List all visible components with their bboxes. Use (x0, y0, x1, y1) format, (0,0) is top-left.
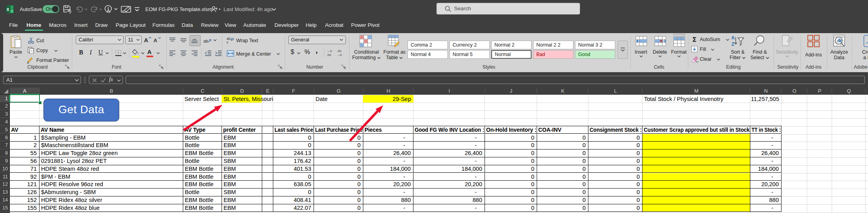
document-title[interactable]: EOM FG-PKG Template.xlsm (145, 0, 212, 19)
column-header-J[interactable]: J (485, 88, 537, 94)
column-header-O[interactable]: O (782, 88, 807, 94)
column-header-L[interactable]: L (588, 88, 643, 94)
style-cell-normal[interactable]: Normal (491, 50, 532, 59)
percent-format-button[interactable]: % (304, 49, 310, 55)
chevron-down-icon[interactable] (213, 39, 217, 41)
chevron-down-icon[interactable] (156, 52, 160, 54)
autosum-icon[interactable]: Σ (691, 36, 698, 43)
align-left-icon[interactable] (169, 50, 176, 57)
tab-insert[interactable]: Insert (72, 19, 90, 33)
align-right-icon[interactable] (191, 50, 198, 57)
title-chevron-down-icon[interactable] (272, 8, 276, 11)
align-top-icon[interactable] (169, 37, 176, 43)
clear-label[interactable]: Clear (700, 56, 712, 62)
row-header-6[interactable]: 6 (0, 134, 9, 142)
chevron-down-icon[interactable] (141, 52, 145, 54)
tab-automate[interactable]: Automate (241, 19, 269, 33)
chevron-down-icon[interactable] (54, 50, 58, 52)
get-data-button[interactable]: Get Data (43, 99, 119, 121)
row-header-13[interactable]: 13 (0, 189, 9, 196)
tab-developer[interactable]: Developer (272, 19, 301, 33)
chevron-down-icon[interactable] (136, 39, 140, 41)
delete-cells-icon[interactable] (654, 35, 666, 47)
tab-formulas[interactable]: Formulas (150, 19, 177, 33)
underline-button[interactable]: U (98, 49, 103, 55)
sensitivity-icon[interactable] (781, 35, 793, 47)
name-box-chevron-icon[interactable] (75, 79, 79, 82)
row-header-4[interactable]: 4 (0, 118, 9, 126)
copy-icon[interactable] (28, 47, 34, 54)
chevron-down-icon[interactable] (118, 39, 121, 41)
column-header-M[interactable]: M (643, 88, 750, 94)
column-header-H[interactable]: H (363, 88, 413, 94)
tab-acrobat[interactable]: Acrobat (323, 19, 346, 33)
redo-icon[interactable] (90, 6, 102, 13)
column-header-K[interactable]: K (537, 88, 588, 94)
row-header-3[interactable]: 3 (0, 110, 9, 118)
column-header-F[interactable]: F (273, 88, 314, 94)
bold-button[interactable]: B (79, 49, 83, 55)
style-cell-bad[interactable]: Bad (533, 50, 573, 59)
font-color-bar[interactable] (147, 56, 153, 57)
insert-function-label[interactable]: fx (109, 77, 113, 83)
tab-draw[interactable]: Draw (93, 19, 110, 33)
formula-input[interactable] (126, 76, 865, 84)
chevron-down-icon[interactable] (340, 39, 343, 41)
ribbon-options-icon[interactable] (134, 7, 140, 11)
row-header-14[interactable]: 14 (0, 196, 9, 204)
row-header-7[interactable]: 7 (0, 142, 9, 149)
find-select-label-2[interactable]: Select (736, 55, 783, 61)
create-pdf-label-2[interactable]: a PDF (863, 55, 868, 61)
align-center-icon[interactable] (180, 50, 187, 57)
tab-help[interactable]: Help (303, 19, 319, 33)
column-header-Q[interactable]: Q (832, 88, 866, 94)
dialog-launcher-icon[interactable] (65, 65, 70, 69)
row-header-2[interactable]: 2 (0, 103, 9, 110)
dialog-launcher-icon[interactable] (278, 65, 282, 69)
column-header-G[interactable]: G (314, 88, 363, 94)
row-header-15[interactable]: 15 (0, 204, 9, 212)
style-cell-good[interactable]: Good (575, 50, 615, 59)
decrease-indent-icon[interactable] (205, 50, 212, 57)
save-icon[interactable] (63, 5, 71, 13)
format-painter-label[interactable]: Format Painter (36, 58, 69, 64)
fx-chevron-icon[interactable] (117, 79, 121, 82)
increase-indent-icon[interactable] (215, 50, 222, 57)
fill-color-bar[interactable] (132, 56, 139, 58)
row-header-10[interactable]: 10 (0, 165, 9, 173)
chevron-down-icon[interactable] (639, 55, 643, 58)
autosum-label[interactable]: AutoSum (700, 37, 720, 43)
analyze-data-label-2[interactable]: Data (815, 55, 863, 61)
wrap-text-icon[interactable]: abc (227, 37, 234, 44)
formula-bar-drag-dots[interactable] (84, 77, 86, 83)
column-header-E[interactable]: E (262, 88, 273, 94)
row-header-9[interactable]: 9 (0, 157, 9, 165)
font-name-combo[interactable]: Calibri (76, 36, 124, 44)
touch-mode-icon[interactable] (104, 5, 118, 14)
chevron-down-icon[interactable] (785, 55, 789, 58)
fill-down-icon[interactable] (691, 46, 698, 52)
paste-label[interactable]: Paste (8, 49, 24, 55)
create-pdf-icon[interactable] (863, 35, 868, 47)
dialog-launcher-icon[interactable] (159, 65, 163, 69)
row-header-8[interactable]: 8 (0, 149, 9, 157)
search-box[interactable]: Search (436, 3, 580, 15)
column-header-B[interactable]: B (39, 88, 183, 94)
style-cell-normal-2-2[interactable]: Normal 2 2 (533, 41, 573, 49)
chevron-down-icon[interactable] (297, 52, 301, 54)
add-ins-icon[interactable] (807, 35, 820, 47)
ink-editor-icon[interactable] (121, 5, 131, 13)
analyze-data-icon[interactable] (833, 35, 846, 47)
cancel-icon[interactable] (92, 78, 97, 82)
align-bottom-icon[interactable] (191, 37, 198, 43)
format-painter-icon[interactable] (27, 57, 34, 64)
chevron-down-icon[interactable] (276, 53, 280, 55)
name-box[interactable]: A1 (3, 76, 81, 84)
currency-format-button[interactable]: $ (291, 49, 294, 55)
conditional-formatting-icon[interactable] (359, 35, 372, 47)
copy-label[interactable]: Copy (36, 48, 48, 54)
column-header-D[interactable]: D (222, 88, 262, 94)
shared-users-icon[interactable] (211, 6, 218, 13)
select-all-corner[interactable] (0, 88, 9, 94)
cut-icon[interactable] (28, 37, 34, 44)
